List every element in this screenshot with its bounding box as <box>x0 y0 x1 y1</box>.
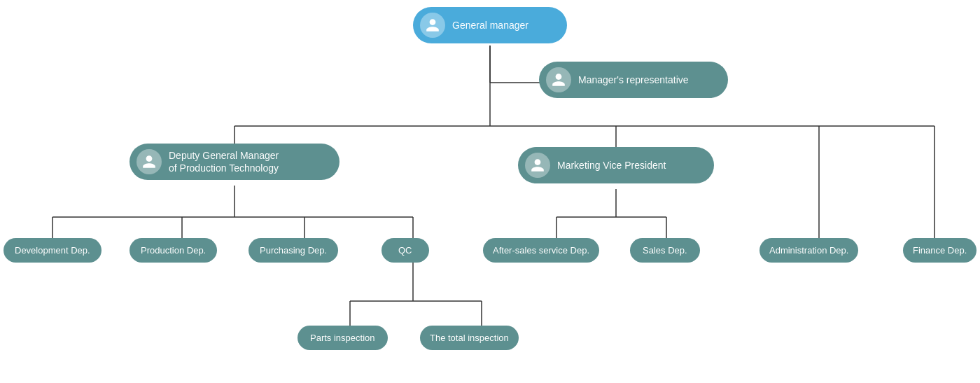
gm-label: General manager <box>452 19 528 32</box>
qc-label: QC <box>398 245 412 256</box>
admin-dep-node: Administration Dep. <box>760 238 858 263</box>
production-dep-node: Production Dep. <box>130 238 217 263</box>
admin-label: Administration Dep. <box>769 245 848 256</box>
mr-label: Manager's representative <box>578 74 689 86</box>
parts-label: Parts inspection <box>310 333 375 343</box>
prod-label: Production Dep. <box>141 245 206 256</box>
general-manager-node: General manager <box>413 7 567 43</box>
dgm-label: Deputy General Manager of Production Tec… <box>169 149 279 174</box>
person-icon-mvp <box>530 158 545 173</box>
parts-inspection-node: Parts inspection <box>298 326 388 350</box>
qc-node: QC <box>382 238 429 263</box>
person-icon-dgm <box>141 154 157 169</box>
total-label: The total inspection <box>430 333 509 343</box>
deputy-gm-node: Deputy General Manager of Production Tec… <box>130 144 340 180</box>
purch-label: Purchasing Dep. <box>260 245 327 256</box>
marketing-vp-node: Marketing Vice President <box>518 147 714 183</box>
aftersales-label: After-sales service Dep. <box>493 245 589 256</box>
mvp-label: Marketing Vice President <box>557 159 666 172</box>
development-dep-node: Development Dep. <box>4 238 102 263</box>
aftersales-dep-node: After-sales service Dep. <box>483 238 599 263</box>
finance-dep-node: Finance Dep. <box>903 238 976 263</box>
managers-representative-node: Manager's representative <box>539 62 728 98</box>
total-inspection-node: The total inspection <box>420 326 519 350</box>
purchasing-dep-node: Purchasing Dep. <box>248 238 338 263</box>
org-chart: General manager Manager's representative… <box>0 0 980 383</box>
dgm-icon <box>136 149 162 174</box>
gm-icon <box>420 13 445 38</box>
sales-dep-node: Sales Dep. <box>630 238 700 263</box>
person-icon <box>425 18 440 33</box>
person-icon-mr <box>551 72 566 88</box>
mvp-icon <box>525 153 550 178</box>
finance-label: Finance Dep. <box>913 245 967 256</box>
sales-label: Sales Dep. <box>643 245 687 256</box>
dev-label: Development Dep. <box>15 245 90 256</box>
mr-icon <box>546 67 571 92</box>
